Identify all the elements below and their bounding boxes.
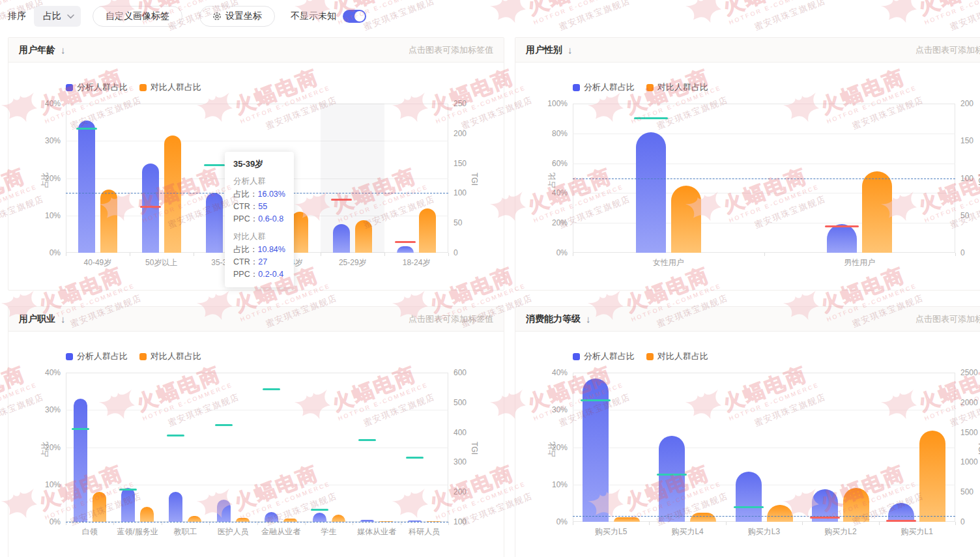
tooltip-value: 0.6-0.8 <box>258 214 283 223</box>
bar-compare-3[interactable] <box>188 516 201 522</box>
panel-user-occupation-header: 用户职业 ↓ 点击图表可添加标签值 <box>8 307 504 332</box>
tgi-marker-2 <box>119 489 137 491</box>
tgi-marker-7 <box>358 439 376 441</box>
tooltip-value: 27 <box>258 257 267 266</box>
x-axis-category-label: 购买力L2 <box>802 528 878 536</box>
bar-compare-6[interactable] <box>419 208 436 253</box>
bar-analysis-3[interactable] <box>169 492 182 522</box>
y-axis-tick-label: 30% <box>517 406 568 414</box>
legend-item-compare[interactable]: 对比人群占比 <box>646 81 708 93</box>
grid-line <box>573 485 955 485</box>
legend-item-analysis[interactable]: 分析人群占比 <box>66 81 128 93</box>
bar-analysis-6[interactable] <box>397 246 414 253</box>
bar-compare-4[interactable] <box>291 212 308 253</box>
bar-analysis-1[interactable] <box>74 399 87 522</box>
bar-analysis-2[interactable] <box>659 436 685 522</box>
bar-compare-2[interactable] <box>140 507 154 522</box>
y-axis-tick-label: 20% <box>10 175 61 182</box>
set-axis-button[interactable]: 设置坐标 <box>199 6 275 27</box>
sort-desc-icon[interactable]: ↓ <box>61 44 66 55</box>
grid-line <box>573 134 955 134</box>
chart-consumption-level[interactable]: 分析人群占比对比人群占比0%10%20%30%40%05001000150020… <box>515 332 980 557</box>
panel-hint: 点击图表可添加标签值 <box>915 313 980 325</box>
bar-compare-1[interactable] <box>614 517 640 522</box>
gear-icon <box>212 12 222 21</box>
y-axis-tick-label: 0% <box>517 518 568 526</box>
bar-compare-4[interactable] <box>843 488 869 522</box>
right-axis-tick-label: 50 <box>454 219 462 227</box>
bar-analysis-3[interactable] <box>736 472 762 522</box>
bar-compare-1[interactable] <box>100 190 117 253</box>
right-axis-tick-label: 500 <box>454 399 467 407</box>
y-axis-tick-label: 20% <box>10 444 61 451</box>
bar-analysis-1[interactable] <box>78 121 95 253</box>
bar-analysis-2[interactable] <box>827 224 857 253</box>
x-axis-category-label: 40-49岁 <box>66 259 130 266</box>
y-axis-tick-label: 80% <box>517 130 568 137</box>
panel-user-age: 用户年龄 ↓ 点击图表可添加标签值 分析人群占比对比人群占比0%10%20%30… <box>8 37 504 291</box>
tgi-baseline-dashed-line <box>573 179 955 179</box>
y-axis-tick-label: 0% <box>10 518 61 526</box>
bar-compare-1[interactable] <box>671 186 701 253</box>
legend-item-analysis[interactable]: 分析人群占比 <box>573 350 635 362</box>
bar-analysis-3[interactable] <box>206 193 223 253</box>
x-axis-tick <box>879 522 880 525</box>
sort-desc-icon[interactable]: ↓ <box>568 44 573 55</box>
bar-analysis-2[interactable] <box>121 488 135 522</box>
chart-user-gender[interactable]: 分析人群占比对比人群占比0%20%40%60%80%100%0501001502… <box>515 63 980 291</box>
panel-consumption-level: 消费能力等级 ↓ 点击图表可添加标签值 分析人群占比对比人群占比0%10%20%… <box>515 306 980 557</box>
y-axis-tick-label: 30% <box>10 406 61 414</box>
bar-compare-2[interactable] <box>164 136 181 253</box>
bar-analysis-4[interactable] <box>217 500 231 522</box>
bar-compare-2[interactable] <box>690 513 716 522</box>
legend-item-compare[interactable]: 对比人群占比 <box>646 350 708 362</box>
legend-item-analysis[interactable]: 分析人群占比 <box>573 81 635 93</box>
tooltip-row: CTR：55 <box>233 201 285 213</box>
bar-analysis-6[interactable] <box>313 513 326 522</box>
tooltip-value: 10.84% <box>258 245 285 254</box>
tgi-marker-1 <box>72 428 89 430</box>
legend-item-compare[interactable]: 对比人群占比 <box>139 350 201 362</box>
tgi-marker-4 <box>215 424 233 426</box>
panel-hint: 点击图表可添加标签值 <box>915 44 980 56</box>
right-axis-tick-label: 2500 <box>960 369 978 377</box>
chart-user-occupation[interactable]: 分析人群占比对比人群占比0%10%20%30%40%10020030040050… <box>8 332 504 557</box>
x-axis-category-label: 购买力L3 <box>726 528 802 536</box>
tgi-marker-1 <box>581 399 611 401</box>
x-axis-tick <box>573 253 573 256</box>
tgi-baseline-dashed-line <box>573 516 955 517</box>
bar-analysis-1[interactable] <box>636 132 666 253</box>
panel-consumption-level-header: 消费能力等级 ↓ 点击图表可添加标签值 <box>515 307 980 332</box>
right-axis-tick-label: 0 <box>960 249 965 257</box>
chart-user-age[interactable]: 分析人群占比对比人群占比0%10%20%30%40%05010015020025… <box>8 63 504 291</box>
legend-swatch <box>646 353 654 360</box>
right-axis-tick-label: 2000 <box>960 399 978 407</box>
panel-user-gender-title: 用户性别 ↓ <box>526 44 573 56</box>
bar-analysis-2[interactable] <box>142 164 159 253</box>
bar-compare-5[interactable] <box>919 431 945 522</box>
watermark-shop-text: 蜜安琪珠宝旗舰店 <box>557 0 680 33</box>
right-axis-tick-label: 150 <box>960 137 973 145</box>
legend-item-analysis[interactable]: 分析人群占比 <box>66 350 128 362</box>
legend-item-compare[interactable]: 对比人群占比 <box>139 81 201 93</box>
right-axis-title: TGI <box>977 173 980 186</box>
sort-dropdown[interactable]: 占比 <box>34 6 81 27</box>
sort-desc-icon[interactable]: ↓ <box>61 313 66 324</box>
legend-swatch <box>139 353 147 360</box>
x-axis-tick <box>955 253 956 256</box>
bar-analysis-5[interactable] <box>333 224 350 253</box>
grid-line <box>66 448 448 448</box>
right-axis-tick-label: 400 <box>454 429 467 436</box>
y-axis-title: 占比 <box>40 441 51 457</box>
tgi-marker-1 <box>634 117 668 119</box>
bar-compare-5[interactable] <box>355 220 372 253</box>
hide-unknown-toggle[interactable] <box>343 10 366 23</box>
sort-desc-icon[interactable]: ↓ <box>586 313 591 324</box>
y-axis-tick-label: 10% <box>10 212 61 220</box>
custom-portrait-tag-button[interactable]: 自定义画像标签 <box>93 6 182 27</box>
x-axis-tick <box>130 253 130 256</box>
x-axis-category-label: 25-29岁 <box>321 259 384 266</box>
bar-compare-2[interactable] <box>862 171 892 253</box>
bar-compare-1[interactable] <box>93 492 106 522</box>
right-axis-tick-label: 50 <box>960 212 969 220</box>
